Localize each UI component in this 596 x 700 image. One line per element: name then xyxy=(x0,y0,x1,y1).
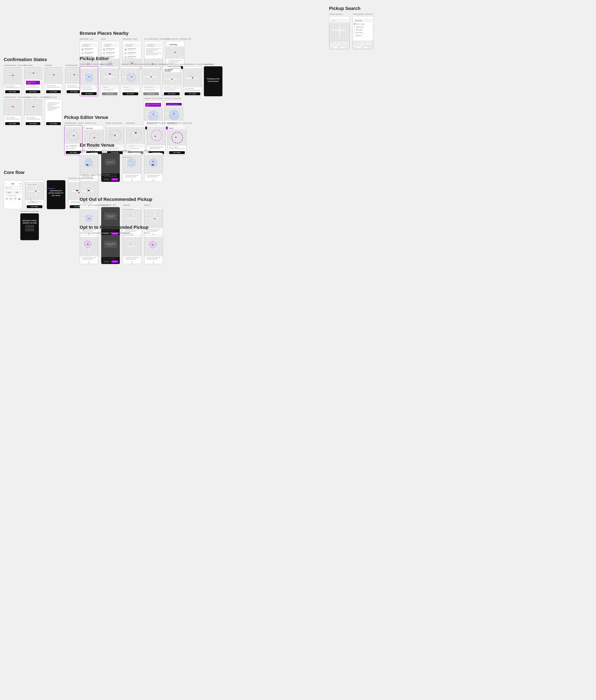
screen-slightly-stale-alt: SLIGHTLY STALE - ALTERNATIVE VEHICLE WIN… xyxy=(24,99,42,126)
screen-pickup-search: PICKUP SEARCH search... QWE RTY xyxy=(329,16,350,49)
screen-cf-dark: Optimizing your pickup location for your… xyxy=(47,180,66,209)
screen-really-stale: REALLY STALE GET THERE xyxy=(45,99,62,126)
screen-pe-conf-selected: CONFIRMATION - PICKUP SELECTED Monroe Ch… xyxy=(183,66,202,96)
section-pickup-search: Pickup Search PICKUP SEARCH search... xyxy=(329,6,373,49)
pickup-search-label: Pickup Search xyxy=(329,6,373,11)
screen-oi-loading: LOADING 🚶 xyxy=(123,235,141,264)
section-core-flow: Core flow ≡ Uber ✕ Where to? Home xyxy=(4,170,87,240)
screen-title-typed-query: TYPED QUERY / RESULTS xyxy=(353,14,373,15)
screen-pe-dragging: DRAGGING resolving... SET PICKUP xyxy=(100,66,119,96)
screen-location-validation: LOCATION VALIDATION WE DON'T KNOW WHERE … xyxy=(20,213,87,240)
screen-pe-pin-resolved: PIN LOCATION RESOLVED ↑ Pin Monroe Choco… xyxy=(162,66,181,96)
screen-title-pickup-search: PICKUP SEARCH xyxy=(329,14,342,15)
screen-cf-2: VEHICLE WINDOW GET THERE xyxy=(25,180,44,209)
screen-erv-result: RESULT 🚶 xyxy=(144,153,163,182)
screen-cf-1: ≡ Uber ✕ Where to? Home Work xyxy=(4,180,22,209)
screen-conf-outflow: CONFIRMATION - OUTFLOW VEHICLE WINDOW GE… xyxy=(4,67,21,94)
screen-oi-confirm: CONFIRM OPT IN (LIMITED WINDOW) CHANGE T… xyxy=(101,235,120,264)
screen-conf-updated: UPDATED VEHICLE WINDOW GET THERE xyxy=(45,67,62,94)
screen-conf-matching: MATCHING Suggested pickup nearby VEHICLE… xyxy=(24,67,42,94)
screen-conf-slightly-stale: CONFIRMATION - SLIGHTLY STALE VEHICLE WI… xyxy=(4,99,21,126)
screen-pe-map-focus: PICKUP EDITOR - MAP FOCUS current locati… xyxy=(80,66,98,96)
screen-oi-pickup: OPT IN TO RECOMMENDED PICKUP 🚶 xyxy=(80,235,98,264)
screen-typed-query: TYPED QUERY / RESULTS queen qu● Queen St… xyxy=(353,16,373,49)
screen-erv-loading: LOADING 🚶 xyxy=(123,153,141,182)
screen-oi-result: RESULT 🚶 xyxy=(144,235,163,264)
screen-pe-requesting: REQUESTING Finding you the nearest drive… xyxy=(204,66,223,96)
screen-pe-panning-new-block: PANNING INTO NEW BLOCK resolving... xyxy=(121,66,140,96)
screen-pe-stopped-panning: STOPPED PANNING / RESOLVING resolving lo… xyxy=(142,66,160,96)
screen-pev-designated-selected: DESIGNATED SPOT SELECTED Spot B VEHICLE … xyxy=(167,125,186,155)
section-opt-in: Opt In to Recommended Pickup OPT IN TO R… xyxy=(80,225,163,264)
